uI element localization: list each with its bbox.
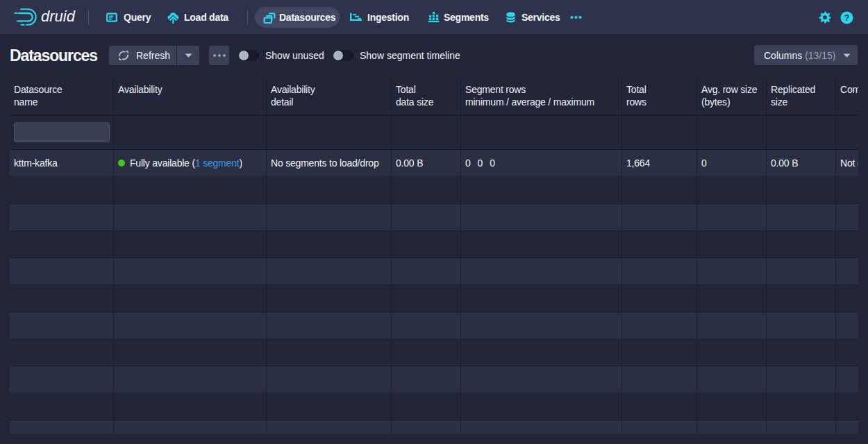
svg-text:?: ? — [844, 12, 850, 23]
